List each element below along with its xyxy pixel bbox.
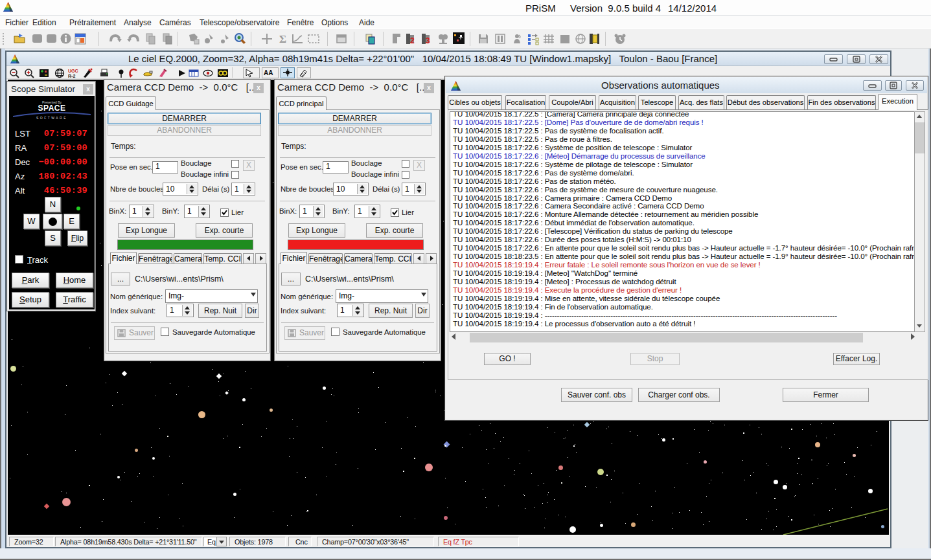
svg-text:UGC: UGC <box>68 69 78 73</box>
svg-text:R-2: R-2 <box>68 74 75 78</box>
svg-text:2: 2 <box>410 36 415 45</box>
svg-text:AA: AA <box>264 69 273 76</box>
svg-text:3: 3 <box>426 36 430 45</box>
svg-text:Σ: Σ <box>279 33 286 45</box>
